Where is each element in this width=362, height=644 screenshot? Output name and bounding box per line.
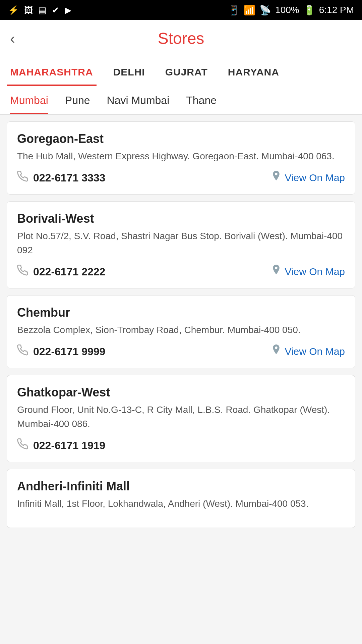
store-address: The Hub Mall, Western Express Highway. G… <box>17 149 345 163</box>
clock: 6:12 PM <box>319 5 354 15</box>
play-icon: ▶ <box>65 5 71 15</box>
phone-number: 022-6171 9999 <box>33 345 105 358</box>
view-on-map-label: View On Map <box>285 172 345 183</box>
store-name: Borivali-West <box>17 212 345 226</box>
mobile-signal-icon: 📡 <box>259 5 271 16</box>
store-footer: 022-6171 3333 View On Map <box>17 171 345 185</box>
phone-number: 022-6171 2222 <box>33 266 105 278</box>
phone-icon <box>17 265 28 279</box>
state-tab-delhi[interactable]: DELHI <box>110 57 148 86</box>
view-on-map-goregaon[interactable]: View On Map <box>271 171 345 185</box>
phone-icon <box>17 171 28 185</box>
store-footer: 022-6171 2222 View On Map <box>17 265 345 279</box>
view-on-map-chembur[interactable]: View On Map <box>271 344 345 359</box>
state-tab-haryana[interactable]: HARYANA <box>225 57 283 86</box>
city-tab-pune[interactable]: Pune <box>65 86 90 114</box>
city-tab-mumbai[interactable]: Mumbai <box>10 86 48 114</box>
store-card-chembur: Chembur Bezzola Complex, Sion-Trombay Ro… <box>7 295 355 368</box>
page-title: Stores <box>158 29 204 48</box>
store-name: Ghatkopar-West <box>17 385 345 399</box>
status-icons-left: ⚡ 🖼 ▤ ✔ ▶ <box>8 5 71 15</box>
header: ‹ Stores <box>0 20 362 57</box>
map-pin-icon <box>271 171 281 185</box>
store-footer: 022-6171 9999 View On Map <box>17 344 345 359</box>
state-tabs: MAHARASHTRA DELHI GUJRAT HARYANA <box>0 57 362 86</box>
phone-icon <box>17 344 28 359</box>
store-footer: 022-6171 1919 <box>17 438 345 452</box>
status-bar: ⚡ 🖼 ▤ ✔ ▶ 📱 📶 📡 100% 🔋 6:12 PM <box>0 0 362 20</box>
store-address: Ground Floor, Unit No.G-13-C, R City Mal… <box>17 403 345 431</box>
state-tab-gujrat[interactable]: GUJRAT <box>162 57 211 86</box>
phone-number: 022-6171 1919 <box>33 439 105 452</box>
store-card-borivali-west: Borivali-West Plot No.57/2, S.V. Road, S… <box>7 201 355 288</box>
store-phone[interactable]: 022-6171 9999 <box>17 344 105 359</box>
phone-signal-icon: 📱 <box>228 5 240 16</box>
phone-icon <box>17 438 28 452</box>
status-icons-right: 📱 📶 📡 100% 🔋 6:12 PM <box>228 5 354 16</box>
store-card-ghatkopar-west: Ghatkopar-West Ground Floor, Unit No.G-1… <box>7 375 355 462</box>
phone-number: 022-6171 3333 <box>33 172 105 184</box>
store-phone[interactable]: 022-6171 2222 <box>17 265 105 279</box>
view-on-map-label: View On Map <box>285 346 345 357</box>
check-icon: ✔ <box>52 5 59 15</box>
city-tab-navi-mumbai[interactable]: Navi Mumbai <box>107 86 170 114</box>
store-list: Goregaon-East The Hub Mall, Western Expr… <box>0 115 362 535</box>
store-address: Bezzola Complex, Sion-Trombay Road, Chem… <box>17 323 345 337</box>
store-phone[interactable]: 022-6171 1919 <box>17 438 105 452</box>
map-pin-icon <box>271 265 281 279</box>
bars-icon: ▤ <box>38 5 47 15</box>
city-tabs: Mumbai Pune Navi Mumbai Thane <box>0 86 362 115</box>
store-card-goregaon-east: Goregaon-East The Hub Mall, Western Expr… <box>7 121 355 195</box>
store-name: Andheri-Infiniti Mall <box>17 479 345 493</box>
view-on-map-borivali[interactable]: View On Map <box>271 265 345 279</box>
store-name: Goregaon-East <box>17 132 345 146</box>
state-tab-maharashtra[interactable]: MAHARASHTRA <box>7 57 97 86</box>
view-on-map-label: View On Map <box>285 266 345 277</box>
store-card-andheri-infiniti: Andheri-Infiniti Mall Infiniti Mall, 1st… <box>7 469 355 528</box>
store-phone[interactable]: 022-6171 3333 <box>17 171 105 185</box>
battery-percent: 100% <box>275 5 299 15</box>
wifi-icon: 📶 <box>244 5 255 16</box>
store-name: Chembur <box>17 306 345 320</box>
store-address: Infiniti Mall, 1st Floor, Lokhandwala, A… <box>17 497 345 511</box>
store-address: Plot No.57/2, S.V. Road, Shastri Nagar B… <box>17 229 345 257</box>
map-pin-icon <box>271 344 281 359</box>
back-button[interactable]: ‹ <box>10 30 15 47</box>
battery-icon: 🔋 <box>303 5 315 16</box>
image-icon: 🖼 <box>24 5 33 15</box>
city-tab-thane[interactable]: Thane <box>186 86 217 114</box>
usb-icon: ⚡ <box>8 5 19 15</box>
